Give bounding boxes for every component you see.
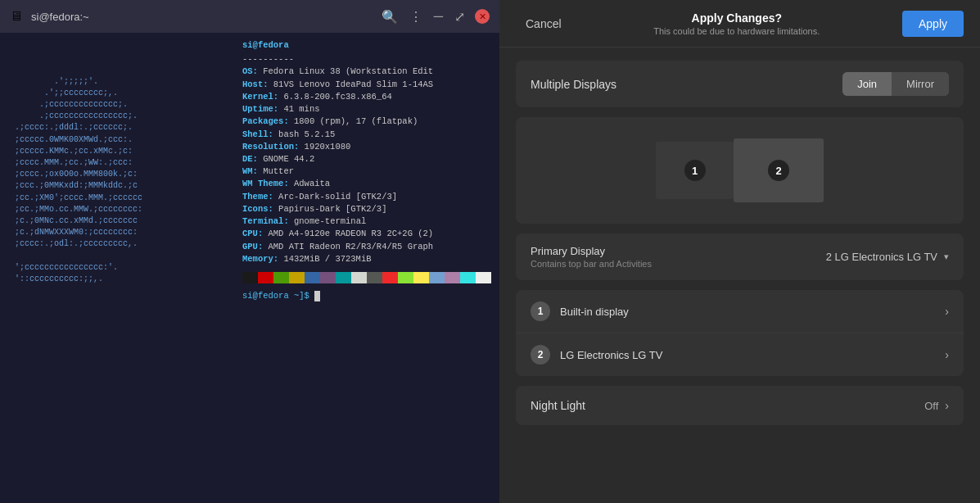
app-container: 🖥 si@fedora:~ 🔍 ⋮ ─ ⤢ ✕ .';;;;;'. .';;cc… [0, 0, 980, 503]
neofetch-wm: WM: Mutter [242, 165, 495, 178]
color-swatch [460, 272, 476, 283]
terminal-titlebar: 🖥 si@fedora:~ 🔍 ⋮ ─ ⤢ ✕ [0, 0, 499, 33]
neofetch-de: DE: GNOME 44.2 [242, 153, 495, 165]
terminal-title: si@fedora:~ [31, 11, 89, 23]
display-2-name: LG Electronics LG TV [560, 349, 662, 361]
neofetch-icons: Icons: Papirus-Dark [GTK2/3] [242, 203, 495, 215]
display-preview-section: 1 2 [516, 117, 964, 224]
color-swatch [273, 272, 289, 283]
color-swatch [429, 272, 445, 283]
terminal-titlebar-actions: 🔍 ⋮ ─ ⤢ ✕ [380, 9, 490, 25]
display-item-1-left: 1 Built-in display [531, 301, 629, 321]
color-swatch [351, 272, 367, 283]
monitor-2-preview[interactable]: 2 [734, 138, 824, 202]
color-swatch [305, 272, 320, 283]
display-2-badge: 2 [531, 345, 550, 365]
display-preview-container: 1 2 [656, 138, 824, 202]
display-item-2[interactable]: 2 LG Electronics LG TV › [516, 333, 964, 376]
color-swatch [242, 272, 258, 283]
monitor-1-number: 1 [684, 160, 706, 181]
neofetch-uptime: Uptime: 41 mins [242, 103, 495, 116]
mirror-button[interactable]: Mirror [892, 72, 949, 96]
display-list-section: 1 Built-in display › 2 LG Electronics LG… [516, 290, 964, 376]
settings-header-subtitle: This could be due to hardware limitation… [653, 26, 820, 36]
settings-header-title: Apply Changes? [653, 11, 820, 25]
display-mode-buttons: Join Mirror [842, 72, 949, 96]
neofetch-terminal: Terminal: gnome-terminal [242, 215, 495, 228]
display-1-badge: 1 [531, 301, 550, 321]
neofetch-cpu: CPU: AMD A4-9120e RADEON R3 2C+2G (2) [242, 228, 495, 240]
maximize-button[interactable]: ⤢ [453, 9, 467, 25]
primary-display-title: Primary Display [531, 245, 652, 257]
cancel-button[interactable]: Cancel [516, 12, 571, 35]
terminal-titlebar-left: 🖥 si@fedora:~ [10, 9, 89, 24]
primary-display-value[interactable]: 2 LG Electronics LG TV ▾ [826, 251, 949, 263]
primary-display-row: Primary Display Contains top bar and Act… [516, 233, 964, 280]
monitor-1-preview[interactable]: 1 [656, 142, 734, 199]
chevron-right-icon-1: › [945, 305, 949, 318]
neofetch-user: si@fedora [242, 40, 289, 50]
neofetch-os: OS: Fedora Linux 38 (Workstation Edit [242, 66, 495, 78]
search-button[interactable]: 🔍 [380, 9, 400, 25]
color-swatch [413, 272, 429, 283]
terminal-ascii-art: .';;;;;'. .';;cccccccc;,. .;cccccccccccc… [0, 33, 237, 503]
color-swatch [320, 272, 336, 283]
night-light-label: Night Light [531, 399, 585, 412]
color-swatch [367, 272, 382, 283]
settings-header: Cancel Apply Changes? This could be due … [499, 0, 980, 48]
neofetch-gpu: GPU: AMD ATI Radeon R2/R3/R4/R5 Graph [242, 241, 495, 253]
color-swatch [445, 272, 460, 283]
monitor-2-number: 2 [768, 160, 789, 181]
color-swatch [336, 272, 351, 283]
terminal-info: si@fedora ---------- OS: Fedora Linux 38… [237, 33, 499, 503]
terminal-prompt: si@fedora ~]$ [242, 290, 495, 302]
join-button[interactable]: Join [842, 72, 892, 96]
display-1-name: Built-in display [560, 306, 629, 318]
close-button[interactable]: ✕ [475, 9, 490, 24]
primary-display-info: Primary Display Contains top bar and Act… [531, 245, 652, 269]
neofetch-shell: Shell: bash 5.2.15 [242, 129, 495, 141]
primary-display-value-text: 2 LG Electronics LG TV [826, 251, 937, 263]
neofetch-memory: Memory: 1432MiB / 3723MiB [242, 253, 495, 265]
neofetch-resolution: Resolution: 1920x1080 [242, 141, 495, 153]
menu-button[interactable]: ⋮ [408, 9, 424, 25]
night-light-status: Off › [924, 399, 949, 412]
terminal-window: 🖥 si@fedora:~ 🔍 ⋮ ─ ⤢ ✕ .';;;;;'. .';;cc… [0, 0, 499, 503]
neofetch-wm-theme: WM Theme: Adwaita [242, 178, 495, 190]
color-swatch [258, 272, 273, 283]
color-swatches [242, 272, 495, 283]
terminal-body: .';;;;;'. .';;cccccccc;,. .;cccccccccccc… [0, 33, 499, 503]
settings-body: Multiple Displays Join Mirror 1 2 [499, 48, 980, 503]
display-item-1[interactable]: 1 Built-in display › [516, 290, 964, 333]
primary-display-subtitle: Contains top bar and Activities [531, 259, 652, 269]
color-swatch [289, 272, 305, 283]
color-swatch [382, 272, 398, 283]
night-light-status-text: Off [924, 400, 938, 412]
multiple-displays-section: Multiple Displays Join Mirror [516, 61, 964, 107]
neofetch-packages: Packages: 1800 (rpm), 17 (flatpak) [242, 116, 495, 128]
neofetch-host: Host: 81VS Lenovo IdeaPad Slim 1-14AS [242, 79, 495, 91]
multiple-displays-label: Multiple Displays [531, 78, 616, 91]
neofetch-theme: Theme: Arc-Dark-solid [GTK2/3] [242, 191, 495, 203]
primary-display-section: Primary Display Contains top bar and Act… [516, 233, 964, 280]
minimize-button[interactable]: ─ [432, 9, 445, 24]
color-swatch [476, 272, 491, 283]
display-item-2-left: 2 LG Electronics LG TV [531, 345, 662, 365]
apply-button[interactable]: Apply [902, 11, 964, 37]
night-light-section: Night Light Off › [516, 386, 964, 425]
terminal-icon: 🖥 [10, 9, 25, 24]
night-light-row[interactable]: Night Light Off › [516, 386, 964, 425]
chevron-right-icon-2: › [945, 348, 949, 361]
settings-panel: Cancel Apply Changes? This could be due … [499, 0, 980, 503]
color-swatch [398, 272, 413, 283]
night-light-chevron-icon: › [945, 399, 949, 412]
neofetch-kernel: Kernel: 6.3.8-200.fc38.x86_64 [242, 91, 495, 103]
neofetch-separator: ---------- [242, 53, 495, 66]
chevron-down-icon: ▾ [944, 252, 949, 262]
multiple-displays-row: Multiple Displays Join Mirror [516, 61, 964, 107]
settings-header-center: Apply Changes? This could be due to hard… [653, 11, 820, 36]
